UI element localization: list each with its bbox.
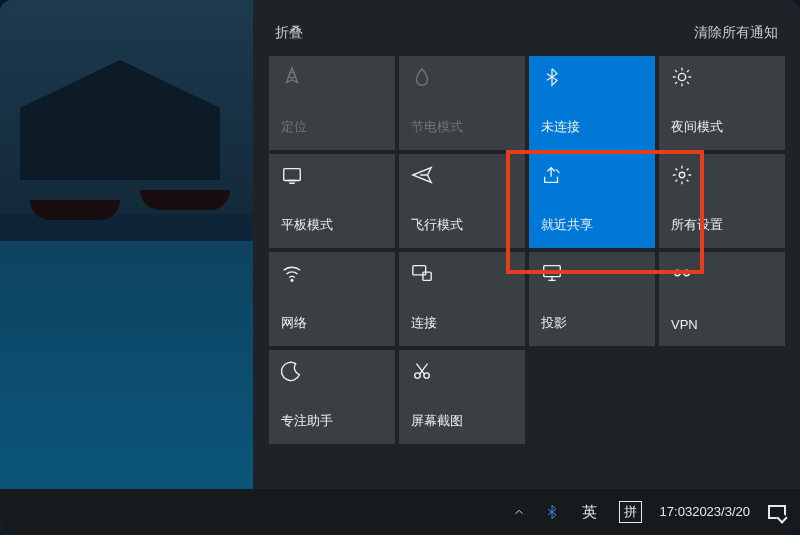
airplane-icon <box>411 164 433 186</box>
svg-point-9 <box>684 270 690 276</box>
moon-icon <box>281 360 303 382</box>
tray-chevron-icon[interactable] <box>508 489 530 535</box>
collapse-link[interactable]: 折叠 <box>275 24 303 42</box>
tile-connect[interactable]: 连接 <box>399 252 525 346</box>
action-center-panel: 折叠 清除所有通知 定位 节电模式 未连接 夜间模式 <box>253 0 800 489</box>
tile-label: 所有设置 <box>671 216 773 234</box>
tile-label: 夜间模式 <box>671 118 773 136</box>
tile-all-settings[interactable]: 所有设置 <box>659 154 785 248</box>
svg-point-4 <box>291 279 293 281</box>
tile-label: 定位 <box>281 118 383 136</box>
svg-point-3 <box>679 172 685 178</box>
tile-label: 专注助手 <box>281 412 383 430</box>
tile-vpn[interactable]: VPN <box>659 252 785 346</box>
snip-icon <box>411 360 433 382</box>
vpn-icon <box>671 262 693 284</box>
tile-network[interactable]: 网络 <box>269 252 395 346</box>
sun-icon <box>671 66 693 88</box>
bluetooth-icon <box>541 66 563 88</box>
share-icon <box>541 164 563 186</box>
tile-label: 平板模式 <box>281 216 383 234</box>
tile-label: 网络 <box>281 314 383 332</box>
tile-battery-saver[interactable]: 节电模式 <box>399 56 525 150</box>
tile-bluetooth[interactable]: 未连接 <box>529 56 655 150</box>
tile-location[interactable]: 定位 <box>269 56 395 150</box>
tile-nearby-share[interactable]: 就近共享 <box>529 154 655 248</box>
tile-tablet-mode[interactable]: 平板模式 <box>269 154 395 248</box>
tile-label: 连接 <box>411 314 513 332</box>
tile-label: 投影 <box>541 314 643 332</box>
tile-night-light[interactable]: 夜间模式 <box>659 56 785 150</box>
location-icon <box>281 66 303 88</box>
taskbar: 英 拼 17:03 2023/3/20 <box>0 489 800 535</box>
svg-point-1 <box>678 73 685 80</box>
tile-project[interactable]: 投影 <box>529 252 655 346</box>
svg-rect-5 <box>413 266 426 275</box>
project-icon <box>541 262 563 284</box>
tile-screen-snip[interactable]: 屏幕截图 <box>399 350 525 444</box>
tile-label: 就近共享 <box>541 216 643 234</box>
ime-language[interactable]: 英 <box>574 489 605 535</box>
tablet-icon <box>281 164 303 186</box>
battery-icon <box>411 66 433 88</box>
clear-notifications-link[interactable]: 清除所有通知 <box>694 24 778 42</box>
taskbar-clock[interactable]: 17:03 2023/3/20 <box>656 489 754 535</box>
action-center-icon[interactable] <box>764 489 790 535</box>
tile-label: 屏幕截图 <box>411 412 513 430</box>
svg-rect-2 <box>284 169 301 181</box>
svg-rect-6 <box>423 272 431 280</box>
tile-label: 飞行模式 <box>411 216 513 234</box>
tile-label: 节电模式 <box>411 118 513 136</box>
gear-icon <box>671 164 693 186</box>
svg-point-8 <box>675 270 681 276</box>
connect-icon <box>411 262 433 284</box>
tile-airplane-mode[interactable]: 飞行模式 <box>399 154 525 248</box>
tile-label: VPN <box>671 317 773 332</box>
quick-action-tiles: 定位 节电模式 未连接 夜间模式 平板模式 <box>263 56 790 444</box>
desktop-wallpaper <box>0 0 253 535</box>
tile-focus-assist[interactable]: 专注助手 <box>269 350 395 444</box>
wifi-icon <box>281 262 303 284</box>
tile-label: 未连接 <box>541 118 643 136</box>
ime-mode[interactable]: 拼 <box>615 489 646 535</box>
tray-bluetooth-icon[interactable] <box>540 489 564 535</box>
